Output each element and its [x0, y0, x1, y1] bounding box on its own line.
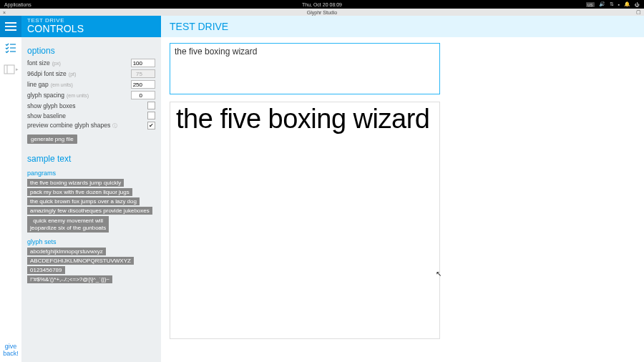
pangram-item[interactable]: pack my box with five dozen liquor jugs	[27, 188, 132, 196]
network-icon[interactable]: ⇅	[610, 1, 614, 7]
pangram-item[interactable]: amazingly few discotheques provide jukeb…	[27, 207, 152, 215]
dpi-hint: (pt)	[69, 72, 77, 77]
notifications-icon[interactable]: 🔔	[624, 1, 630, 7]
font-size-hint: (px)	[52, 61, 61, 66]
window-close-icon[interactable]: ×	[3, 10, 6, 15]
window-titlebar[interactable]: × Glyphr Studio ▢	[0, 9, 644, 16]
give-back-link[interactable]: give back!	[0, 343, 21, 362]
options-heading: options	[27, 46, 155, 56]
show-baseline-label: show baseline	[27, 112, 66, 119]
dpi-label: 96dpi font size	[27, 70, 67, 77]
option-show-glyph-boxes: show glyph boxes	[27, 102, 155, 109]
glyph-set-item[interactable]: !"#$%&'()*+,-./:;<=>?@[\]^_`{|}~	[27, 275, 112, 283]
pangrams-heading: pangrams	[27, 170, 155, 177]
sidebar: TEST DRIVE CONTROLS options font size(px…	[21, 16, 161, 362]
glyph-spacing-input[interactable]	[131, 91, 155, 99]
line-gap-input[interactable]	[131, 80, 155, 89]
pangram-item[interactable]: quick enemy movement will jeopardize six…	[27, 216, 109, 233]
os-tray: us 🔊 ⇅ ▪ 🔔 ⏻	[586, 1, 640, 7]
font-size-label: font size	[27, 59, 50, 67]
option-line-gap: line gap(em units)	[27, 80, 155, 89]
battery-icon[interactable]: ▪	[618, 2, 620, 7]
sample-text-heading: sample text	[27, 154, 155, 164]
glyph-set-item[interactable]: ABCDEFGHIJKLMNOPQRSTUVWXYZ	[27, 257, 134, 265]
show-baseline-checkbox[interactable]	[147, 112, 155, 119]
sidebar-header: TEST DRIVE CONTROLS	[21, 16, 161, 37]
glyph-spacing-label: glyph spacing	[27, 92, 64, 99]
glyph-sets-heading: glyph sets	[27, 238, 155, 245]
glyph-set-item[interactable]: abcdefghijklmnopqrstuvwxyz	[27, 248, 106, 255]
show-glyph-boxes-checkbox[interactable]	[147, 102, 155, 109]
main-header: TEST DRIVE	[161, 16, 644, 37]
glyph-spacing-hint: (em units)	[67, 93, 89, 98]
checklist-icon[interactable]	[0, 37, 21, 59]
mouse-cursor-icon: ↖	[436, 270, 441, 278]
hamburger-button[interactable]	[0, 16, 21, 37]
option-preview-combine: preview combine glyph shapesⓘ	[27, 122, 155, 129]
line-gap-label: line gap	[27, 81, 49, 88]
glyph-set-item[interactable]: 0123456789	[27, 266, 65, 274]
pangram-item[interactable]: the five boxing wizards jump quickly	[27, 179, 124, 187]
keyboard-indicator-icon[interactable]: us	[586, 2, 594, 7]
panel-icon[interactable]: ▸	[0, 59, 21, 80]
font-preview: the five boxing wizard	[170, 102, 440, 339]
os-top-bar: Applications Thu, Oct 20 08:09 us 🔊 ⇅ ▪ …	[0, 0, 644, 9]
preview-combine-checkbox[interactable]	[147, 122, 155, 129]
window-maximize-icon[interactable]: ▢	[636, 9, 641, 15]
info-icon[interactable]: ⓘ	[112, 122, 117, 129]
option-show-baseline: show baseline	[27, 112, 155, 119]
sidebar-subtitle: TEST DRIVE	[27, 17, 155, 24]
option-glyph-spacing: glyph spacing(em units)	[27, 91, 155, 99]
hamburger-icon	[5, 22, 16, 31]
app-root: ▸ give back! TEST DRIVE CONTROLS options…	[0, 16, 644, 362]
sidebar-title: CONTROLS	[27, 24, 155, 34]
dpi-input	[131, 69, 155, 78]
pangram-item[interactable]: the quick brown fox jumps over a lazy do…	[27, 197, 140, 205]
show-glyph-boxes-label: show glyph boxes	[27, 102, 76, 109]
font-preview-text: the five boxing wizard	[172, 105, 438, 134]
option-dpi: 96dpi font size(pt)	[27, 69, 155, 78]
svg-rect-3	[4, 65, 14, 74]
applications-menu[interactable]: Applications	[4, 2, 31, 7]
power-icon[interactable]: ⏻	[635, 2, 640, 7]
option-font-size: font size(px)	[27, 59, 155, 67]
volume-icon[interactable]: 🔊	[599, 1, 605, 7]
sample-text-input[interactable]	[170, 43, 440, 94]
font-size-input[interactable]	[131, 59, 155, 67]
generate-png-button[interactable]: generate png file	[27, 134, 77, 144]
nav-rail: ▸ give back!	[0, 16, 21, 362]
glyph-sets-list: abcdefghijklmnopqrstuvwxyz ABCDEFGHIJKLM…	[27, 248, 155, 283]
preview-combine-label: preview combine glyph shapes	[27, 122, 110, 129]
pangrams-list: the five boxing wizards jump quickly pac…	[27, 179, 155, 233]
main-area: TEST DRIVE the five boxing wizard	[161, 16, 644, 362]
os-clock: Thu, Oct 20 08:09	[0, 2, 644, 7]
window-title: Glyphr Studio	[307, 10, 337, 15]
line-gap-hint: (em units)	[51, 82, 73, 87]
